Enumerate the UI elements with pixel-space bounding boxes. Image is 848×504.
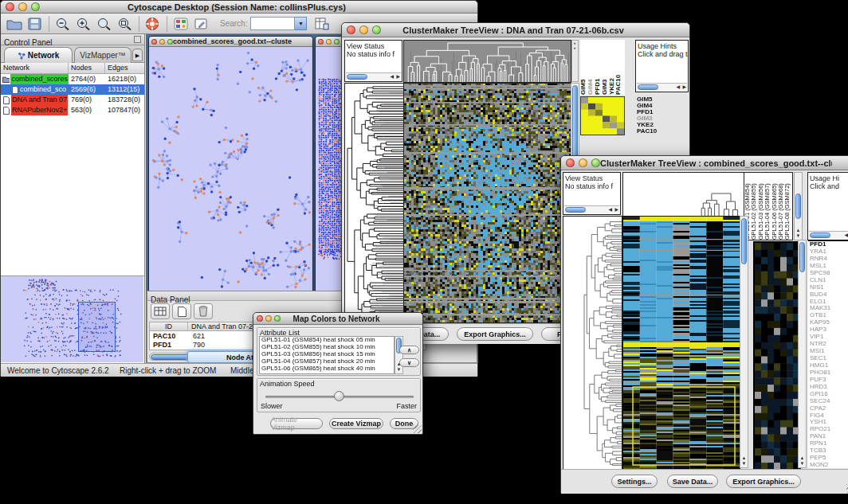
treeview2-zoom-heatmap[interactable] xyxy=(753,241,801,471)
zoom-in-button[interactable] xyxy=(73,15,94,33)
attribute-list-item[interactable]: GPL51-02 (GSM855) heat shock 10 min xyxy=(260,344,394,351)
close-button[interactable] xyxy=(318,39,324,45)
treeview1-column-dendrogram[interactable] xyxy=(403,40,571,83)
speed-slider-thumb[interactable] xyxy=(334,391,344,401)
close-button[interactable] xyxy=(257,315,263,322)
tab-vizmapper[interactable]: VizMapper™ xyxy=(74,47,132,63)
tab-overflow-arrow[interactable]: ▶ xyxy=(132,49,143,61)
network-overview-canvas[interactable] xyxy=(1,276,143,362)
treeview1-heatmap[interactable] xyxy=(403,83,571,323)
minimize-button[interactable] xyxy=(579,158,587,167)
scroll-down-icon[interactable]: ▼ xyxy=(740,461,748,467)
network-row-dna-tran[interactable]: DNA and Tran 07 769(0) 183728(0) xyxy=(1,95,144,105)
scroll-down-icon[interactable]: ▼ xyxy=(799,461,806,467)
scroll-up-icon[interactable]: ▲ xyxy=(795,228,802,233)
attribute-list-item[interactable]: GPL51-06 (GSM865) heat shock 40 min xyxy=(260,365,394,373)
scroll-up-icon[interactable]: ▲ xyxy=(740,455,748,461)
network-view-titlebar[interactable]: combined_scores_good.txt--cluste... xyxy=(149,37,312,47)
zoom-selected-button[interactable] xyxy=(115,15,135,33)
column-label[interactable]: GPL51-02 (GSM855) xyxy=(751,173,757,240)
move-down-button[interactable]: ∨ xyxy=(399,358,419,367)
minimize-button[interactable] xyxy=(18,2,27,11)
treeview2-column-dendrogram[interactable] xyxy=(622,172,744,217)
resize-grip[interactable] xyxy=(413,424,422,433)
tab-network[interactable]: Network xyxy=(4,47,73,63)
column-label[interactable]: PAC10 xyxy=(615,40,622,95)
zoom-button[interactable] xyxy=(372,25,381,34)
close-button[interactable] xyxy=(151,39,157,45)
close-button[interactable] xyxy=(6,2,14,11)
column-label[interactable]: GIM3 xyxy=(602,40,609,95)
column-label[interactable]: GPL51-06 (GSM865) xyxy=(771,173,778,240)
treeview2-v-scrollbar[interactable]: ▲ ▼ xyxy=(740,216,748,468)
close-button[interactable] xyxy=(566,158,575,167)
move-up-button[interactable]: ∧ xyxy=(399,346,419,354)
zoom-fit-button[interactable] xyxy=(94,15,115,33)
save-data-button[interactable]: Save Data... xyxy=(667,475,718,488)
network-view-canvas[interactable] xyxy=(149,47,312,292)
column-label[interactable]: PFD1 xyxy=(595,40,602,95)
zoom-button[interactable] xyxy=(167,39,173,45)
gene-label[interactable]: MON2 xyxy=(810,462,848,468)
dialog-titlebar[interactable]: Map Colors to Network xyxy=(253,313,422,325)
scroll-right-icon[interactable]: ▶ xyxy=(682,84,686,91)
attribute-list[interactable]: GPL51-01 (GSM854) heat shock 05 minGPL51… xyxy=(259,336,395,374)
vizmapper-button[interactable] xyxy=(171,15,191,33)
attribute-list-item[interactable]: GPL51-07 (GSM868) heat shock 60 min xyxy=(260,373,394,374)
network-row-selected[interactable]: combined_sco 2569(6) 13112(15) xyxy=(1,84,144,95)
save-button[interactable] xyxy=(25,15,45,33)
row-label[interactable]: PAC10 xyxy=(637,128,670,135)
h-scrollbar[interactable]: ◀ ▶ xyxy=(564,205,619,213)
scrollbar-thumb[interactable] xyxy=(799,242,805,272)
zoom-button[interactable] xyxy=(591,158,600,167)
attribute-list-item[interactable]: GPL51-04 (GSM857) heat shock 20 min xyxy=(260,358,394,365)
column-header-edges[interactable]: Edges xyxy=(105,63,143,73)
minimize-button[interactable] xyxy=(326,39,332,45)
attribute-list-item[interactable]: GPL51-03 (GSM856) heat shock 15 min xyxy=(260,351,394,358)
delete-attribute-button[interactable] xyxy=(194,303,213,319)
zoom-out-button[interactable] xyxy=(53,15,73,33)
treeview2-heatmap[interactable] xyxy=(622,216,740,470)
search-dropdown-arrow-icon[interactable]: ▼ xyxy=(295,17,307,30)
treeview2-genelist-scrollbar[interactable]: ▲ ▼ xyxy=(798,240,807,468)
column-header-id[interactable]: ID xyxy=(150,322,188,330)
minimize-button[interactable] xyxy=(359,25,368,34)
scroll-down-icon[interactable]: ▼ xyxy=(795,233,802,239)
animate-vizmap-button[interactable]: Animate Vizmap xyxy=(270,418,323,429)
scrollbar-thumb[interactable] xyxy=(638,84,658,90)
scroll-up-icon[interactable]: ▲ xyxy=(799,455,806,461)
annotation-button[interactable] xyxy=(191,15,212,33)
h-scrollbar[interactable]: ◀ ▶ xyxy=(346,72,401,80)
close-button[interactable] xyxy=(347,25,355,34)
scrollbar-thumb[interactable] xyxy=(741,218,747,264)
treeview1-zoom-heatmap[interactable] xyxy=(580,96,625,135)
scroll-left-icon[interactable]: ◀ xyxy=(844,232,848,239)
scrollbar-thumb[interactable] xyxy=(347,74,367,80)
zoom-button[interactable] xyxy=(274,315,281,322)
attribute-list-item[interactable]: GPL51-01 (GSM854) heat shock 05 min xyxy=(260,337,394,344)
settings-button[interactable]: Settings... xyxy=(611,475,658,488)
minimize-button[interactable] xyxy=(159,39,165,45)
export-graphics-button[interactable]: Export Graphics... xyxy=(726,475,801,488)
export-graphics-button[interactable]: Export Graphics... xyxy=(457,327,533,341)
h-scrollbar[interactable]: ◀ ▶ xyxy=(637,83,687,91)
treeview1-row-dendrogram[interactable] xyxy=(344,83,404,323)
scroll-left-icon[interactable]: ◀ xyxy=(676,84,680,91)
zoom-button[interactable] xyxy=(334,39,340,45)
treeview1-col-scroll-stub[interactable]: ▸▸ xyxy=(571,40,579,82)
float-panel-icon[interactable] xyxy=(134,36,141,43)
search-input[interactable]: ▼ xyxy=(250,17,307,30)
zoom-button[interactable] xyxy=(31,2,40,11)
scroll-left-icon[interactable]: ◀ xyxy=(390,73,394,80)
help-button[interactable] xyxy=(143,15,163,33)
h-scrollbar[interactable]: ◀ ▶ xyxy=(809,231,848,239)
column-header-nodes[interactable]: Nodes xyxy=(69,63,105,73)
scroll-down-icon[interactable]: ▼ xyxy=(395,367,402,373)
column-label[interactable]: GIM5 xyxy=(580,40,587,95)
column-header-network[interactable]: Network xyxy=(1,63,69,73)
select-attributes-button[interactable] xyxy=(151,303,170,319)
column-label[interactable]: GIM4 xyxy=(587,40,595,95)
scroll-right-icon[interactable]: ▶ xyxy=(396,73,400,80)
scrollbar-thumb[interactable] xyxy=(565,207,586,213)
treeview2-collabel-scrollbar[interactable]: ▲ ▼ xyxy=(794,172,803,240)
